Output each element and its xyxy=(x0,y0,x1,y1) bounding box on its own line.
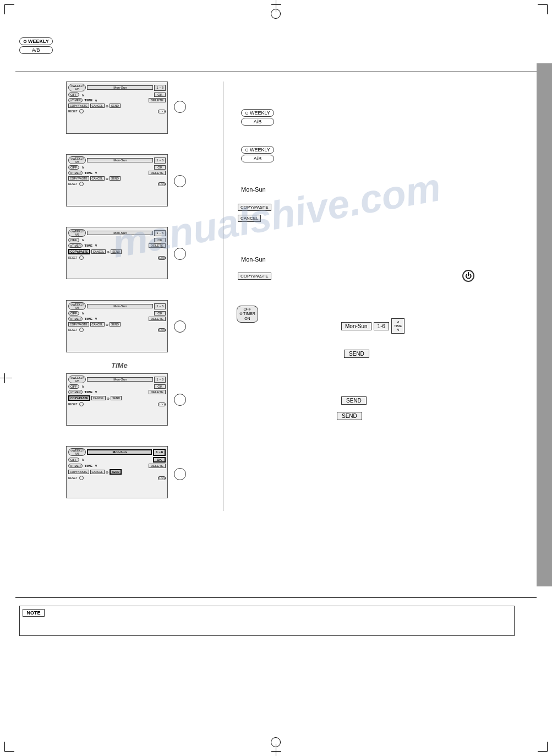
right-mon-sun-1: Mon-Sun xyxy=(241,186,266,193)
corner-mark-tl xyxy=(4,4,14,14)
right-copy-paste-1: COPY/PASTE xyxy=(238,204,271,211)
right-send-2: SEND xyxy=(341,396,367,405)
crosshair-left-v xyxy=(4,373,5,383)
right-send-3: SEND xyxy=(337,412,362,420)
panel-3: ⊙WEEKLY A/B Mon-Sun 1－6 OFF ∧ OK ⊙TIMER … xyxy=(66,227,168,279)
header-weekly-label: WEEKLY xyxy=(28,39,49,44)
bottom-crosshair-circle xyxy=(271,737,281,747)
crosshair-left xyxy=(0,378,12,378)
center-crosshair-circle xyxy=(271,9,281,19)
right-mon-sun-2: Mon-Sun xyxy=(241,256,266,263)
right-ab-label-1: A/B xyxy=(254,119,262,124)
vertical-separator xyxy=(223,81,224,511)
crosshair-bottom-h xyxy=(271,751,281,752)
right-weekly-2: ⊙ WEEKLY A/B xyxy=(241,146,274,162)
note-label: NOTE xyxy=(23,609,45,617)
step-circle-5 xyxy=(174,394,186,406)
right-range-row: Mon-Sun 1-6 ∧ TIME ∨ xyxy=(341,318,405,334)
step-circle-6 xyxy=(174,468,186,480)
panel-6: ⊙WEEKLY A/B Mon-Sun 1－6 OFF ∧ OK ⊙TIMER … xyxy=(66,446,168,498)
panel-5: ⊙WEEKLY A/B Mon-Sun 1－6 OFF ∧ OK ⊙TIMER … xyxy=(66,373,168,426)
right-cancel-1: CANCEL xyxy=(238,215,261,222)
step-circle-4 xyxy=(174,320,186,333)
right-copy-paste-2: COPY/PASTE xyxy=(238,273,271,280)
top-divider xyxy=(15,72,537,72)
right-weekly-1: ⊙ WEEKLY A/B xyxy=(241,109,274,126)
panel-4: ⊙WEEKLY A/B Mon-Sun 1－6 OFF ∧ OK ⊙TIMER … xyxy=(66,300,168,352)
right-weekly-label-1: WEEKLY xyxy=(250,110,270,116)
time-label: TIMe xyxy=(111,361,128,369)
panel-2: ⊙WEEKLY A/B Mon-Sun 1－6 OFF ∧ OK ⊙TIMER … xyxy=(66,154,168,206)
right-weekly-label-2: WEEKLY xyxy=(250,147,270,153)
corner-mark-bl xyxy=(4,742,14,752)
step-circle-3 xyxy=(174,248,186,260)
bottom-divider xyxy=(15,597,537,598)
corner-mark-tr xyxy=(538,4,548,14)
header-weekly-logo: ⊙ WEEKLY A/B xyxy=(19,37,53,54)
crosshair-top-h xyxy=(271,4,281,5)
right-ab-label-2: A/B xyxy=(254,156,262,161)
step-circle-2 xyxy=(174,175,186,187)
step-circle-1 xyxy=(174,101,186,113)
header-ab-label: A/B xyxy=(32,47,40,53)
right-timer-button: OFF ⊙TIMER ON xyxy=(237,306,258,323)
right-sidebar xyxy=(537,63,552,586)
power-icon: ⏻ xyxy=(462,270,474,282)
right-send-1: SEND xyxy=(344,350,369,358)
corner-mark-br xyxy=(538,742,548,752)
note-box: NOTE xyxy=(19,606,515,636)
panel-1: ⊙WEEKLY A/B Mon-Sun 1－6 OFF ∧ OK ⊙TIMER … xyxy=(66,81,168,134)
